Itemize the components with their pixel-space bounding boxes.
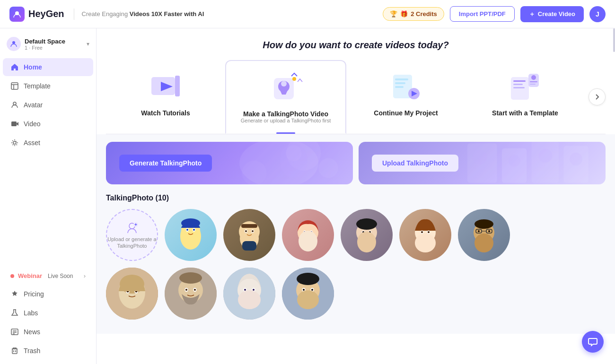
carousel-next-button[interactable] bbox=[589, 88, 606, 105]
sidebar-item-labs[interactable]: Labs bbox=[3, 304, 93, 322]
svg-rect-37 bbox=[530, 84, 536, 85]
avatar-icon bbox=[10, 101, 19, 109]
avatar-row-2 bbox=[106, 268, 606, 320]
upload-banner-art bbox=[457, 142, 606, 184]
avatar-item-1[interactable] bbox=[165, 209, 217, 261]
workspace-info: Default Space 1 · Free bbox=[25, 38, 83, 51]
svg-rect-13 bbox=[12, 349, 17, 354]
user-avatar[interactable]: J bbox=[589, 6, 606, 22]
upload-banner: Upload TalkingPhoto bbox=[359, 142, 606, 184]
sidebar-item-home[interactable]: Home bbox=[3, 58, 93, 76]
create-video-button[interactable]: ＋ Create Video bbox=[520, 6, 584, 22]
svg-point-60 bbox=[186, 229, 188, 231]
svg-point-121 bbox=[297, 273, 319, 285]
svg-point-43 bbox=[286, 145, 301, 161]
option-template[interactable]: Start with a Template bbox=[466, 60, 585, 134]
svg-point-125 bbox=[311, 289, 313, 291]
avatar-image-2 bbox=[223, 209, 275, 261]
svg-point-117 bbox=[253, 289, 255, 291]
svg-point-51 bbox=[570, 153, 582, 165]
main-layout: Default Space 1 · Free ▾ Home Template A… bbox=[0, 28, 615, 364]
credits-button[interactable]: 🏆 🎁 2 Credits bbox=[383, 7, 444, 21]
option-tutorials[interactable]: Watch Tutorials bbox=[106, 60, 225, 134]
talkingphoto-section-title: TalkingPhoto (10) bbox=[106, 194, 606, 202]
avatar-image-9 bbox=[223, 268, 275, 320]
svg-point-35 bbox=[531, 75, 536, 80]
svg-point-69 bbox=[252, 230, 254, 232]
svg-point-1 bbox=[12, 41, 15, 44]
webinar-arrow-icon: › bbox=[84, 272, 86, 279]
svg-rect-18 bbox=[175, 76, 180, 96]
avatar-image-3 bbox=[282, 209, 334, 261]
svg-point-83 bbox=[357, 232, 376, 252]
sidebar: Default Space 1 · Free ▾ Home Template A… bbox=[0, 28, 97, 364]
labs-icon bbox=[10, 309, 19, 317]
svg-point-116 bbox=[244, 289, 246, 291]
avatar-image-10 bbox=[282, 268, 334, 320]
avatar-image-8 bbox=[165, 268, 217, 320]
create-options: Watch Tutorials bbox=[106, 60, 606, 134]
header-tagline: Create Engaging Videos 10X Faster with A… bbox=[82, 10, 204, 17]
svg-point-107 bbox=[179, 272, 202, 284]
avatar-item-8[interactable] bbox=[165, 268, 217, 320]
svg-point-7 bbox=[13, 141, 16, 144]
avatar-item-6[interactable] bbox=[458, 209, 510, 261]
plus-icon: ＋ bbox=[529, 10, 535, 18]
generate-talkingphoto-button[interactable]: Generate TalkingPhoto bbox=[119, 155, 212, 172]
svg-rect-47 bbox=[563, 146, 588, 182]
chat-bubble-button[interactable] bbox=[582, 331, 604, 353]
svg-point-23 bbox=[292, 77, 296, 81]
logo-icon bbox=[9, 7, 25, 22]
avatar-image-4 bbox=[341, 209, 393, 261]
svg-rect-32 bbox=[513, 84, 523, 85]
upload-talkingphoto-button[interactable]: Upload TalkingPhoto bbox=[372, 155, 458, 172]
avatar-row-1: Upload or generate a TalkingPhoto bbox=[106, 209, 606, 261]
svg-point-88 bbox=[428, 231, 430, 233]
option-talkingphoto[interactable]: Make a TalkingPhoto Video Generate or up… bbox=[225, 60, 346, 134]
upload-placeholder[interactable]: Upload or generate a TalkingPhoto bbox=[106, 209, 158, 261]
svg-point-89 bbox=[415, 234, 436, 252]
generate-banner: Generate TalkingPhoto bbox=[106, 142, 353, 184]
avatar-item-10[interactable] bbox=[282, 268, 334, 320]
svg-rect-45 bbox=[502, 148, 527, 183]
sidebar-item-template[interactable]: Template bbox=[3, 77, 93, 95]
option-continue[interactable]: Continue My Project bbox=[346, 60, 466, 134]
scrollbar-thumb[interactable] bbox=[613, 28, 615, 52]
news-icon bbox=[10, 328, 19, 336]
svg-rect-31 bbox=[513, 80, 526, 82]
svg-point-68 bbox=[245, 230, 247, 232]
generate-banner-art bbox=[205, 142, 353, 184]
continue-img bbox=[387, 68, 425, 105]
header-divider bbox=[74, 9, 74, 20]
svg-point-50 bbox=[538, 149, 552, 163]
svg-point-87 bbox=[421, 231, 423, 233]
avatar-item-7[interactable] bbox=[106, 268, 158, 320]
webinar-item[interactable]: Webinar Live Soon › bbox=[3, 268, 93, 284]
svg-point-111 bbox=[194, 289, 196, 291]
avatar-item-2[interactable] bbox=[223, 209, 275, 261]
import-ppt-button[interactable]: Import PPT/PDF bbox=[450, 6, 515, 22]
create-section: How do you want to create videos today? … bbox=[97, 28, 615, 134]
sidebar-item-video[interactable]: Video bbox=[3, 115, 93, 133]
svg-point-126 bbox=[297, 290, 319, 309]
svg-rect-44 bbox=[467, 143, 497, 183]
workspace-selector[interactable]: Default Space 1 · Free ▾ bbox=[0, 32, 96, 58]
avatar-image-1 bbox=[165, 209, 217, 261]
create-title: How do you want to create videos today? bbox=[106, 40, 606, 51]
banner-row: Generate TalkingPhoto bbox=[106, 142, 606, 184]
sidebar-item-trash[interactable]: Trash bbox=[3, 342, 93, 360]
avatar-item-5[interactable] bbox=[399, 209, 451, 261]
svg-point-49 bbox=[508, 155, 520, 166]
sidebar-item-asset[interactable]: Asset bbox=[3, 134, 93, 152]
trophy-icon: 🏆 bbox=[390, 10, 397, 17]
avatar-item-3[interactable] bbox=[282, 209, 334, 261]
sidebar-item-pricing[interactable]: Pricing bbox=[3, 285, 93, 303]
template-icon bbox=[10, 82, 19, 90]
avatar-item-4[interactable] bbox=[341, 209, 393, 261]
chevron-down-icon: ▾ bbox=[87, 41, 89, 47]
sidebar-item-avatar[interactable]: Avatar bbox=[3, 96, 93, 114]
talkingphoto-img bbox=[267, 69, 305, 106]
sidebar-item-news[interactable]: News bbox=[3, 323, 93, 341]
svg-point-40 bbox=[242, 161, 266, 184]
avatar-item-9[interactable] bbox=[223, 268, 275, 320]
